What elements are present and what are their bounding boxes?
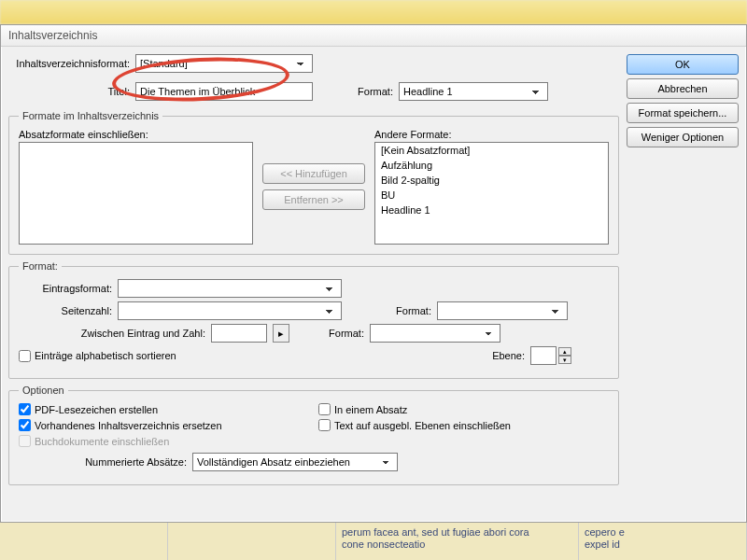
list-item[interactable]: BU	[375, 188, 608, 203]
other-formats-list[interactable]: [Kein Absatzformat] Aufzählung Bild 2-sp…	[374, 142, 609, 245]
stepper-up-icon[interactable]: ▴	[558, 347, 571, 356]
dialog-titlebar: Inhaltsverzeichnis	[1, 25, 746, 47]
format-legend: Format:	[19, 260, 62, 272]
remove-format-button[interactable]: Entfernen >>	[262, 189, 365, 210]
formats-fieldset: Formate im Inhaltsverzeichnis Absatzform…	[8, 110, 619, 255]
title-input[interactable]	[135, 82, 313, 101]
numbered-para-select[interactable]: Vollständigen Absatz einbeziehen	[192, 453, 398, 471]
stepper-down-icon[interactable]: ▾	[558, 356, 571, 364]
between-input[interactable]	[211, 324, 267, 343]
book-docs-checkbox	[19, 435, 31, 447]
single-para-label: In einem Absatz	[334, 404, 407, 415]
list-item[interactable]: Bild 2-spaltig	[375, 173, 608, 188]
single-para-checkbox[interactable]	[318, 403, 331, 415]
list-item[interactable]: [Kein Absatzformat]	[375, 143, 608, 158]
hidden-layers-checkbox[interactable]	[318, 419, 331, 431]
level-label: Ebene:	[492, 350, 525, 361]
options-legend: Optionen	[19, 385, 68, 396]
list-item[interactable]: Headline 1	[375, 203, 608, 217]
include-formats-list[interactable]	[19, 142, 253, 245]
replace-toc-label: Vorhandenes Inhaltsverzeichnis ersetzen	[35, 420, 222, 431]
page-number-label: Seitenzahl:	[19, 305, 112, 316]
pdf-bookmarks-label: PDF-Lesezeichen erstellen	[35, 404, 158, 415]
between-style-label: Format:	[308, 328, 364, 339]
hidden-layers-label: Text auf ausgebl. Ebenen einschließen	[334, 420, 511, 431]
title-style-select[interactable]: Headline 1	[399, 82, 548, 101]
page-number-select[interactable]	[118, 301, 342, 320]
entry-format-label: Eintragsformat:	[19, 283, 112, 294]
format-fieldset: Format: Eintragsformat: Seitenzahl: Form…	[8, 260, 619, 379]
other-formats-label: Andere Formate:	[374, 129, 609, 140]
entry-format-select[interactable]	[118, 279, 342, 298]
book-docs-label: Buchdokumente einschließen	[35, 436, 169, 447]
toc-format-select[interactable]: [Standard]	[135, 54, 313, 73]
title-style-label: Format:	[337, 86, 393, 97]
formats-legend: Formate im Inhaltsverzeichnis	[19, 110, 162, 121]
add-format-button[interactable]: << Hinzufügen	[262, 163, 365, 184]
ok-button[interactable]: OK	[627, 54, 739, 75]
pdf-bookmarks-checkbox[interactable]	[19, 403, 31, 415]
fewer-options-button[interactable]: Weniger Optionen	[627, 127, 739, 147]
include-formats-label: Absatzformate einschließen:	[19, 129, 253, 140]
bg-text: perum facea ant, sed ut fugiae abori cor…	[342, 526, 529, 538]
special-char-button[interactable]: ▸	[273, 324, 289, 343]
chevron-right-icon: ▸	[278, 328, 284, 340]
toc-format-label: Inhaltsverzeichnisformat:	[8, 58, 130, 69]
list-item[interactable]: Aufzählung	[375, 158, 608, 173]
sort-alpha-checkbox[interactable]	[19, 350, 31, 362]
bg-text: expel id	[585, 539, 620, 550]
level-stepper[interactable]: ▴▾	[530, 346, 571, 365]
level-input[interactable]	[530, 346, 557, 365]
bg-text: cone nonsecteatio	[342, 539, 425, 550]
title-label: Titel:	[8, 86, 130, 97]
toc-dialog: Inhaltsverzeichnis Inhaltsverzeichnisfor…	[0, 24, 747, 523]
between-label: Zwischen Eintrag und Zahl:	[47, 328, 205, 339]
sort-alpha-label: Einträge alphabetisch sortieren	[35, 350, 176, 361]
numbered-para-label: Nummerierte Absätze:	[47, 456, 187, 468]
page-style-label: Format:	[375, 305, 431, 316]
save-format-button[interactable]: Format speichern...	[627, 103, 739, 123]
bg-text: cepero e	[585, 526, 625, 538]
between-style-select[interactable]	[370, 324, 500, 343]
cancel-button[interactable]: Abbrechen	[627, 78, 739, 99]
replace-toc-checkbox[interactable]	[19, 419, 31, 431]
page-style-select[interactable]	[437, 301, 568, 320]
options-fieldset: Optionen PDF-Lesezeichen erstellen Vorha…	[8, 385, 619, 485]
